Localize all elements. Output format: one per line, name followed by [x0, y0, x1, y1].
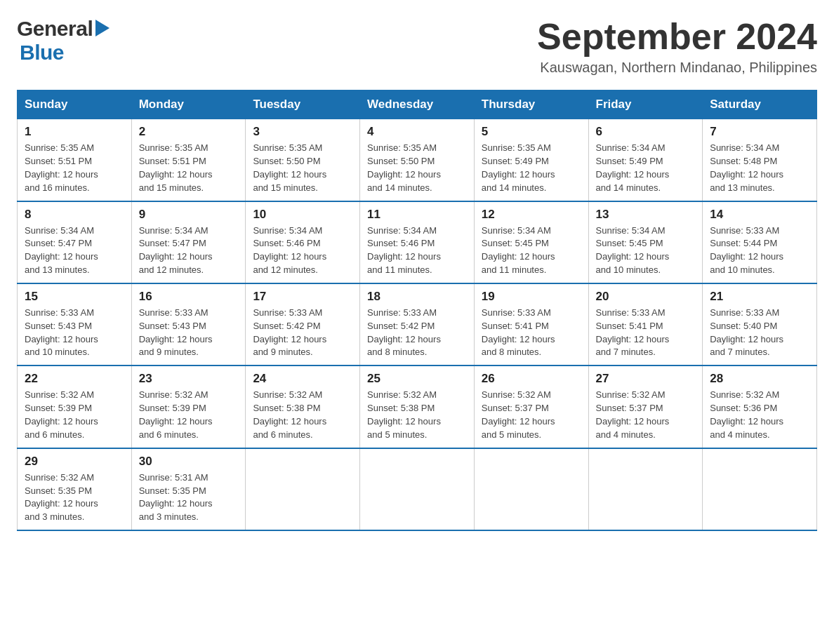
calendar-day-cell: 2Sunrise: 5:35 AMSunset: 5:51 PMDaylight… — [131, 119, 246, 201]
calendar-day-cell: 12Sunrise: 5:34 AMSunset: 5:45 PMDayligh… — [474, 201, 588, 283]
logo-general-text: General — [17, 17, 93, 41]
page-header: General Blue September 2024 Kauswagan, N… — [17, 17, 817, 76]
calendar-day-cell — [588, 448, 703, 530]
day-number: 8 — [25, 208, 124, 222]
day-number: 16 — [139, 290, 239, 304]
day-info: Sunrise: 5:32 AMSunset: 5:36 PMDaylight:… — [710, 389, 809, 441]
day-number: 1 — [25, 125, 124, 139]
calendar-day-cell — [246, 448, 360, 530]
day-info: Sunrise: 5:32 AMSunset: 5:38 PMDaylight:… — [253, 389, 352, 441]
day-info: Sunrise: 5:31 AMSunset: 5:35 PMDaylight:… — [139, 471, 239, 524]
day-number: 3 — [253, 125, 352, 139]
weekday-header-saturday: Saturday — [703, 90, 817, 119]
calendar-week-row: 8Sunrise: 5:34 AMSunset: 5:47 PMDaylight… — [18, 201, 817, 283]
calendar-day-cell: 8Sunrise: 5:34 AMSunset: 5:47 PMDaylight… — [18, 201, 132, 283]
day-number: 20 — [596, 290, 696, 304]
calendar-day-cell: 16Sunrise: 5:33 AMSunset: 5:43 PMDayligh… — [131, 283, 246, 365]
calendar-day-cell: 20Sunrise: 5:33 AMSunset: 5:41 PMDayligh… — [588, 283, 703, 365]
day-info: Sunrise: 5:33 AMSunset: 5:44 PMDaylight:… — [710, 224, 809, 277]
day-info: Sunrise: 5:33 AMSunset: 5:42 PMDaylight:… — [367, 307, 467, 359]
day-number: 15 — [25, 290, 124, 304]
day-number: 26 — [482, 372, 581, 386]
location-title: Kauswagan, Northern Mindanao, Philippine… — [537, 60, 817, 76]
day-info: Sunrise: 5:34 AMSunset: 5:47 PMDaylight:… — [139, 224, 239, 277]
day-number: 19 — [482, 290, 581, 304]
calendar-week-row: 29Sunrise: 5:32 AMSunset: 5:35 PMDayligh… — [18, 448, 817, 530]
calendar-day-cell: 10Sunrise: 5:34 AMSunset: 5:46 PMDayligh… — [246, 201, 360, 283]
weekday-header-tuesday: Tuesday — [246, 90, 360, 119]
calendar-day-cell: 1Sunrise: 5:35 AMSunset: 5:51 PMDaylight… — [18, 119, 132, 201]
day-number: 12 — [482, 208, 581, 222]
calendar-day-cell: 19Sunrise: 5:33 AMSunset: 5:41 PMDayligh… — [474, 283, 588, 365]
calendar-day-cell: 27Sunrise: 5:32 AMSunset: 5:37 PMDayligh… — [588, 365, 703, 448]
day-info: Sunrise: 5:32 AMSunset: 5:35 PMDaylight:… — [25, 471, 124, 524]
day-info: Sunrise: 5:34 AMSunset: 5:47 PMDaylight:… — [25, 224, 124, 277]
calendar-day-cell: 11Sunrise: 5:34 AMSunset: 5:46 PMDayligh… — [360, 201, 475, 283]
day-number: 2 — [139, 125, 239, 139]
day-number: 25 — [367, 372, 467, 386]
calendar-day-cell: 6Sunrise: 5:34 AMSunset: 5:49 PMDaylight… — [588, 119, 703, 201]
calendar-day-cell: 18Sunrise: 5:33 AMSunset: 5:42 PMDayligh… — [360, 283, 475, 365]
calendar-day-cell: 26Sunrise: 5:32 AMSunset: 5:37 PMDayligh… — [474, 365, 588, 448]
day-info: Sunrise: 5:35 AMSunset: 5:50 PMDaylight:… — [253, 142, 352, 194]
day-info: Sunrise: 5:34 AMSunset: 5:45 PMDaylight:… — [482, 224, 581, 277]
day-info: Sunrise: 5:34 AMSunset: 5:48 PMDaylight:… — [710, 142, 809, 194]
calendar-day-cell: 29Sunrise: 5:32 AMSunset: 5:35 PMDayligh… — [18, 448, 132, 530]
day-number: 9 — [139, 208, 239, 222]
calendar-day-cell: 21Sunrise: 5:33 AMSunset: 5:40 PMDayligh… — [703, 283, 817, 365]
day-info: Sunrise: 5:35 AMSunset: 5:51 PMDaylight:… — [139, 142, 239, 194]
calendar-day-cell: 13Sunrise: 5:34 AMSunset: 5:45 PMDayligh… — [588, 201, 703, 283]
weekday-header-row: SundayMondayTuesdayWednesdayThursdayFrid… — [18, 90, 817, 119]
calendar-table: SundayMondayTuesdayWednesdayThursdayFrid… — [17, 90, 817, 531]
day-info: Sunrise: 5:32 AMSunset: 5:37 PMDaylight:… — [596, 389, 696, 441]
calendar-day-cell: 30Sunrise: 5:31 AMSunset: 5:35 PMDayligh… — [131, 448, 246, 530]
logo-triangle-icon — [95, 20, 110, 36]
day-number: 11 — [367, 208, 467, 222]
calendar-day-cell: 24Sunrise: 5:32 AMSunset: 5:38 PMDayligh… — [246, 365, 360, 448]
day-number: 21 — [710, 290, 809, 304]
weekday-header-friday: Friday — [588, 90, 703, 119]
day-number: 24 — [253, 372, 352, 386]
day-info: Sunrise: 5:33 AMSunset: 5:40 PMDaylight:… — [710, 307, 809, 359]
day-number: 17 — [253, 290, 352, 304]
weekday-header-thursday: Thursday — [474, 90, 588, 119]
calendar-day-cell: 9Sunrise: 5:34 AMSunset: 5:47 PMDaylight… — [131, 201, 246, 283]
day-info: Sunrise: 5:32 AMSunset: 5:39 PMDaylight:… — [25, 389, 124, 441]
day-info: Sunrise: 5:33 AMSunset: 5:41 PMDaylight:… — [596, 307, 696, 359]
weekday-header-sunday: Sunday — [18, 90, 132, 119]
day-number: 4 — [367, 125, 467, 139]
day-info: Sunrise: 5:35 AMSunset: 5:50 PMDaylight:… — [367, 142, 467, 194]
day-number: 30 — [139, 455, 239, 469]
day-info: Sunrise: 5:33 AMSunset: 5:43 PMDaylight:… — [25, 307, 124, 359]
calendar-day-cell — [474, 448, 588, 530]
logo: General Blue — [17, 17, 110, 65]
day-info: Sunrise: 5:32 AMSunset: 5:38 PMDaylight:… — [367, 389, 467, 441]
calendar-day-cell: 4Sunrise: 5:35 AMSunset: 5:50 PMDaylight… — [360, 119, 475, 201]
day-number: 28 — [710, 372, 809, 386]
calendar-day-cell: 28Sunrise: 5:32 AMSunset: 5:36 PMDayligh… — [703, 365, 817, 448]
day-info: Sunrise: 5:34 AMSunset: 5:49 PMDaylight:… — [596, 142, 696, 194]
day-number: 22 — [25, 372, 124, 386]
calendar-day-cell — [360, 448, 475, 530]
day-number: 10 — [253, 208, 352, 222]
calendar-day-cell: 14Sunrise: 5:33 AMSunset: 5:44 PMDayligh… — [703, 201, 817, 283]
calendar-week-row: 1Sunrise: 5:35 AMSunset: 5:51 PMDaylight… — [18, 119, 817, 201]
calendar-day-cell: 3Sunrise: 5:35 AMSunset: 5:50 PMDaylight… — [246, 119, 360, 201]
calendar-day-cell: 15Sunrise: 5:33 AMSunset: 5:43 PMDayligh… — [18, 283, 132, 365]
day-number: 18 — [367, 290, 467, 304]
logo-blue-text: Blue — [20, 41, 64, 65]
calendar-day-cell: 17Sunrise: 5:33 AMSunset: 5:42 PMDayligh… — [246, 283, 360, 365]
day-info: Sunrise: 5:35 AMSunset: 5:49 PMDaylight:… — [482, 142, 581, 194]
day-info: Sunrise: 5:33 AMSunset: 5:43 PMDaylight:… — [139, 307, 239, 359]
weekday-header-wednesday: Wednesday — [360, 90, 475, 119]
day-number: 29 — [25, 455, 124, 469]
calendar-day-cell: 23Sunrise: 5:32 AMSunset: 5:39 PMDayligh… — [131, 365, 246, 448]
day-info: Sunrise: 5:33 AMSunset: 5:42 PMDaylight:… — [253, 307, 352, 359]
calendar-day-cell: 5Sunrise: 5:35 AMSunset: 5:49 PMDaylight… — [474, 119, 588, 201]
month-title: September 2024 — [537, 17, 817, 57]
day-number: 5 — [482, 125, 581, 139]
day-number: 27 — [596, 372, 696, 386]
day-info: Sunrise: 5:33 AMSunset: 5:41 PMDaylight:… — [482, 307, 581, 359]
day-info: Sunrise: 5:32 AMSunset: 5:39 PMDaylight:… — [139, 389, 239, 441]
day-info: Sunrise: 5:34 AMSunset: 5:46 PMDaylight:… — [253, 224, 352, 277]
